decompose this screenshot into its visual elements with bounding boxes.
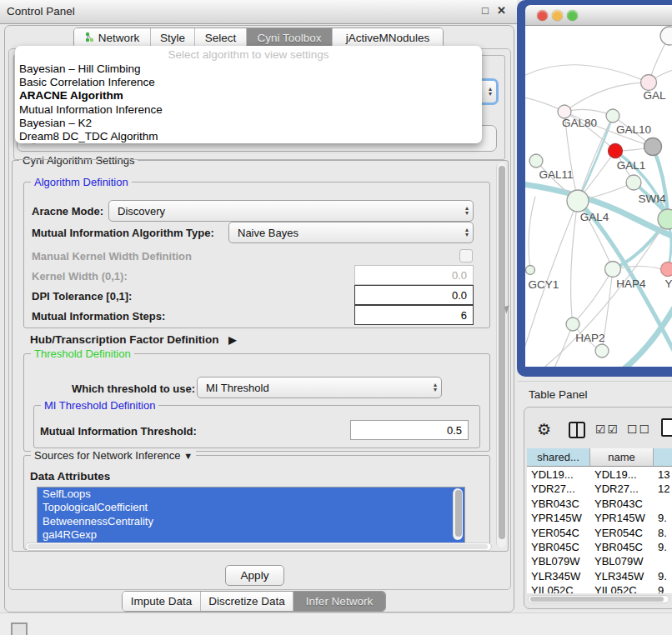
attribute-list-item[interactable]: SelfLoops	[38, 488, 464, 501]
network-node[interactable]	[658, 209, 672, 229]
attributes-list-scrollbar[interactable]	[453, 488, 463, 540]
table-cell[interactable]: YLR345W	[527, 569, 590, 583]
network-node-gal4[interactable]	[567, 190, 589, 212]
network-edge[interactable]	[525, 65, 649, 82]
table-cell[interactable]: YDR27...	[590, 482, 654, 496]
algorithm-option[interactable]: Bayesian – K2	[15, 117, 482, 130]
table-cell[interactable]: 13	[654, 468, 672, 482]
tab-impute-data[interactable]: Impute Data	[123, 592, 201, 611]
tab-discretize-data[interactable]: Discretize Data	[201, 592, 293, 611]
attributes-scrollbar-thumb[interactable]	[455, 490, 462, 537]
tab-infer-network[interactable]: Infer Network	[293, 592, 385, 611]
column-header-3[interactable]: A	[654, 448, 672, 467]
minimize-window-icon[interactable]	[552, 10, 563, 21]
table-cell[interactable]: YIL052C	[590, 583, 654, 593]
network-node-gal11[interactable]	[529, 154, 543, 168]
attribute-list-item[interactable]: gal4RGexp	[38, 528, 464, 542]
zoom-window-icon[interactable]	[567, 10, 578, 21]
network-node[interactable]	[660, 27, 672, 45]
algorithm-option[interactable]: Bayesian – Hill Climbing	[15, 62, 482, 76]
table-cell[interactable]: YDL19...	[590, 468, 654, 482]
table-cell[interactable]: YER054C	[527, 526, 590, 540]
tab-cyni-toolbox[interactable]: Cyni Toolbox	[247, 28, 333, 48]
table-cell[interactable]: YPR145W	[590, 511, 654, 525]
algorithm-option[interactable]: Mutual Information Inference	[15, 103, 482, 117]
attribute-list-item[interactable]: TopologicalCoefficient	[38, 501, 464, 514]
apply-button[interactable]: Apply	[225, 565, 284, 586]
mi-type-combo[interactable]: Naive Bayes ▴▾	[228, 222, 474, 243]
table-cell[interactable]: 12	[654, 482, 672, 496]
network-node[interactable]	[644, 138, 662, 156]
dpi-tolerance-field[interactable]: 0.0	[354, 285, 474, 305]
algorithm-option[interactable]: Dream8 DC_TDC Algorithm	[15, 130, 482, 143]
network-edge[interactable]	[613, 219, 668, 269]
mi-steps-field[interactable]: 6	[354, 305, 474, 325]
network-edge[interactable]	[571, 201, 578, 324]
manual-kernel-checkbox[interactable]	[459, 249, 473, 262]
table-cell[interactable]: YLR345W	[590, 569, 654, 583]
attribute-list-item[interactable]: BetweennessCentrality	[38, 515, 464, 528]
algorithm-option[interactable]: Basic Correlation Inference	[15, 76, 482, 89]
settings-scrollbar[interactable]	[496, 162, 506, 548]
network-node-gal10[interactable]	[606, 109, 619, 122]
tab-select[interactable]: Select	[195, 28, 247, 48]
table-cell[interactable]: 9.	[654, 511, 672, 525]
table-cell[interactable]: YBR045C	[527, 540, 590, 554]
collapse-arrow-icon[interactable]: ▼	[183, 451, 193, 461]
settings-scrollbar-thumb[interactable]	[499, 166, 505, 539]
sources-horizontal-scrollbar[interactable]	[25, 542, 492, 551]
network-edge[interactable]	[529, 197, 535, 270]
restore-panel-button[interactable]	[11, 622, 28, 635]
unchecked-columns-icon[interactable]: ☐☐	[627, 422, 651, 436]
network-node-swi4[interactable]	[626, 175, 641, 190]
table-horizontal-scrollbar[interactable]	[528, 595, 669, 603]
checked-columns-icon[interactable]: ☑☑	[595, 422, 619, 436]
which-threshold-combo[interactable]: MI Threshold ▴▾	[197, 377, 442, 398]
table-cell[interactable]: YDL19...	[527, 468, 590, 482]
mi-threshold-field[interactable]: 0.5	[350, 420, 469, 440]
table-cell[interactable]: YBR043C	[590, 497, 654, 511]
sources-hscrollbar-thumb[interactable]	[28, 544, 488, 549]
network-node[interactable]	[595, 344, 609, 358]
aracne-mode-combo[interactable]: Discovery ▴▾	[108, 200, 474, 222]
network-node-gcy1[interactable]	[526, 266, 535, 275]
table-cell[interactable]: YER054C	[590, 526, 654, 540]
table-cell[interactable]: 9	[654, 583, 672, 593]
table-cell[interactable]: 8.	[654, 526, 672, 540]
network-graph[interactable]: GALGAL80GAL10GAL1SWI4GAL11GAL4GCY1HAP4YH…	[525, 26, 672, 367]
tab-network[interactable]: Network	[74, 28, 151, 48]
tab-style[interactable]: Style	[151, 28, 195, 48]
network-node-hap2[interactable]	[566, 318, 579, 331]
gear-icon[interactable]: ⚙	[537, 420, 551, 439]
hub-expander[interactable]: Hub/Transcription Factor Definition ▶	[30, 333, 237, 346]
table-cell[interactable]: YBR043C	[527, 497, 590, 511]
table-cell[interactable]	[654, 554, 672, 568]
table-cell[interactable]: YBR045C	[590, 540, 654, 554]
table-cell[interactable]: YPR145W	[527, 511, 590, 525]
column-header-1[interactable]: shared...	[527, 448, 590, 467]
table-cell[interactable]: YIL052C	[527, 583, 590, 593]
table-cell[interactable]: YBL079W	[590, 554, 654, 568]
table-hscrollbar-thumb[interactable]	[530, 597, 664, 602]
float-window-icon[interactable]: □	[482, 4, 489, 17]
table-cell[interactable]: YBL079W	[527, 554, 590, 568]
new-table-icon[interactable]	[661, 418, 672, 437]
table-cell[interactable]: 9.	[654, 569, 672, 583]
network-node-gal[interactable]	[641, 75, 657, 91]
table-cell[interactable]: 9.	[654, 540, 672, 554]
data-attributes-list[interactable]: SelfLoopsTopologicalCoefficientBetweenne…	[37, 487, 465, 543]
network-node-hap4[interactable]	[605, 262, 621, 278]
kernel-width-field[interactable]: 0.0	[354, 265, 474, 285]
network-view-canvas[interactable]: GALGAL80GAL10GAL1SWI4GAL11GAL4GCY1HAP4YH…	[525, 26, 672, 367]
close-window-icon[interactable]	[537, 10, 548, 21]
tab-jactivemnodules[interactable]: jActiveMNodules	[333, 28, 443, 48]
network-window-titlebar[interactable]	[525, 5, 672, 26]
close-panel-icon[interactable]: ✕	[497, 4, 506, 17]
network-node-y[interactable]	[661, 262, 672, 277]
columns-icon[interactable]	[569, 422, 585, 438]
column-header-2[interactable]: name	[590, 448, 654, 467]
network-edge[interactable]	[564, 82, 649, 112]
network-node-gal1[interactable]	[609, 144, 623, 158]
table-cell[interactable]: YDR27...	[527, 482, 590, 496]
algorithm-option[interactable]: ARACNE Algorithm	[15, 89, 482, 102]
